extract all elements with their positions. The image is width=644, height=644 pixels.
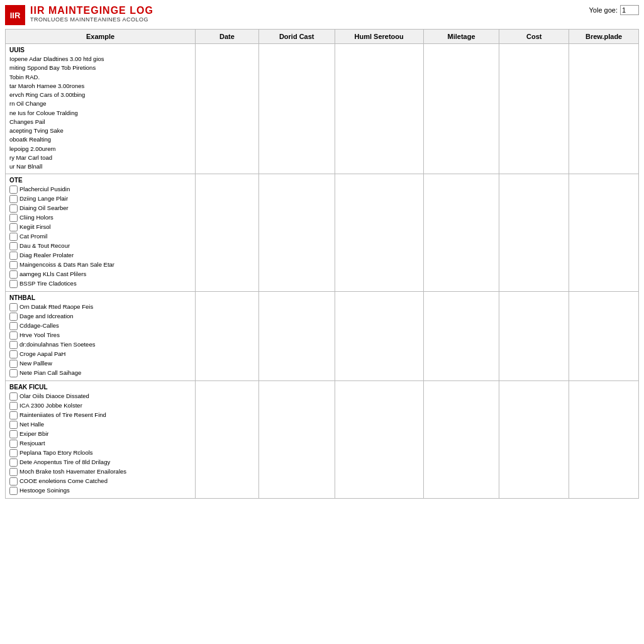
huml-cell	[335, 381, 423, 499]
checkbox-input[interactable]	[9, 458, 18, 467]
checkbox-input[interactable]	[9, 261, 18, 269]
checkbox-input[interactable]	[9, 195, 18, 203]
checkbox-input[interactable]	[9, 252, 18, 260]
checkbox-input[interactable]	[9, 280, 18, 288]
plain-item: acepting Tving Sake	[9, 126, 191, 135]
checkbox-input[interactable]	[9, 341, 18, 349]
col-header-cost: Cost	[499, 30, 569, 44]
checkbox-label: Rainteniiates of Tire Resent Find	[19, 411, 106, 419]
checkbox-label: Dage and Idcreation	[19, 312, 74, 320]
section-label-section1: UUIS	[9, 47, 191, 53]
checkbox-input[interactable]	[9, 214, 18, 222]
checkbox-input[interactable]	[9, 411, 18, 419]
checkbox-input[interactable]	[9, 313, 18, 321]
checkbox-item: Cat Promil	[9, 232, 191, 241]
checkbox-input[interactable]	[9, 322, 18, 330]
title-text: IIR MAINTEGINGE LOG TRONLUOES MAINNTEANI…	[30, 5, 153, 23]
checkbox-item: Rainteniiates of Tire Resent Find	[9, 411, 191, 419]
checkbox-label: Kegiit Firsol	[19, 223, 51, 231]
checkbox-label: Dau & Tout Recour	[19, 242, 70, 250]
year-block: Yole goe:	[589, 5, 639, 15]
huml-cell	[335, 174, 423, 292]
cost-cell	[499, 44, 569, 174]
main-title: IIR MAINTEGINGE LOG	[30, 5, 153, 16]
checkbox-input[interactable]	[9, 369, 18, 377]
checkbox-label: Dete Anopentus Tire of 8ld Drilagy	[19, 458, 110, 466]
checkbox-input[interactable]	[9, 303, 18, 311]
col-header-dorid: Dorid Cast	[258, 30, 335, 44]
checkbox-item: ICA 2300 Jobbe Kolster	[9, 401, 191, 410]
checkbox-item: Maingencoiss & Dats Ran Sale Etar	[9, 260, 191, 269]
checkbox-item: Olar Oiils Diaoce Dissated	[9, 392, 191, 401]
checkbox-item: Nete Pian Call Saihage	[9, 369, 191, 377]
checkbox-input[interactable]	[9, 477, 18, 486]
plain-item: rn Oil Change	[9, 99, 191, 108]
checkbox-label: aamgeg KLls Cast Plilers	[19, 270, 86, 278]
huml-cell	[335, 44, 423, 174]
plain-item: Changes Pail	[9, 118, 191, 126]
checkbox-input[interactable]	[9, 421, 18, 429]
plain-item: Tobin RAD.	[9, 73, 191, 82]
cost-cell	[499, 292, 569, 381]
checkbox-input[interactable]	[9, 204, 18, 213]
checkbox-label: Moch Brake tosh Havemater Enailorales	[19, 467, 126, 475]
checkbox-input[interactable]	[9, 223, 18, 231]
maintenance-table: Example Date Dorid Cast Huml Seretoou Mi…	[5, 29, 639, 499]
plain-item: ur Nar Blnall	[9, 162, 191, 171]
brew-cell	[569, 381, 639, 499]
checkbox-label: Olar Oiils Diaoce Dissated	[19, 392, 89, 400]
section-label-section2: OTE	[9, 177, 191, 184]
plain-item: Iopene Adar Dladtines 3.00 htd gios	[9, 55, 191, 64]
plain-item: oboatk Realting	[9, 135, 191, 144]
checkbox-item: Moch Brake tosh Havemater Enailorales	[9, 467, 191, 476]
checkbox-item: BSSP Tire Cladotices	[9, 279, 191, 288]
checkbox-input[interactable]	[9, 331, 18, 340]
checkbox-input[interactable]	[9, 402, 18, 410]
dorid-cell	[258, 292, 335, 381]
checkbox-input[interactable]	[9, 468, 18, 476]
checkbox-input[interactable]	[9, 242, 18, 250]
col-header-mileage: Miletage	[423, 30, 499, 44]
checkbox-label: ICA 2300 Jobbe Kolster	[19, 401, 82, 409]
checkbox-label: Nete Pian Call Saihage	[19, 369, 81, 377]
checkbox-label: Diaing Oil Searber	[19, 204, 69, 212]
checkbox-label: COOE enoletions Come Catched	[19, 477, 108, 485]
checkbox-item: Cddage-Calles	[9, 321, 191, 330]
checkbox-label: Placherciul Pusidin	[19, 185, 70, 193]
checkbox-input[interactable]	[9, 270, 18, 279]
checkbox-input[interactable]	[9, 440, 18, 448]
col-header-date: Date	[196, 30, 259, 44]
brew-cell	[569, 44, 639, 174]
cost-cell	[499, 381, 569, 499]
table-row: BEAK FICULOlar Oiils Diaoce DissatedICA …	[6, 381, 639, 499]
checkbox-input[interactable]	[9, 350, 18, 358]
checkbox-input[interactable]	[9, 186, 18, 194]
checkbox-input[interactable]	[9, 430, 18, 438]
checkbox-item: Diaing Oil Searber	[9, 204, 191, 213]
checkbox-item: Peplana Tapo Etory Rclools	[9, 448, 191, 457]
logo-text: IIR	[10, 11, 21, 20]
table-row: NTHBALOrn Datak Rted Raope FeisDage and …	[6, 292, 639, 381]
plain-item: tar Maroh Harnee 3.00rones	[9, 82, 191, 91]
checkbox-item: Hrve Yool Tires	[9, 331, 191, 340]
checkbox-item: COOE enoletions Come Catched	[9, 477, 191, 486]
checkbox-input[interactable]	[9, 233, 18, 241]
checkbox-item: Cliing Holors	[9, 213, 191, 222]
checkbox-item: New Palllew	[9, 359, 191, 368]
mileage-cell	[423, 44, 499, 174]
example-cell-section3: NTHBALOrn Datak Rted Raope FeisDage and …	[6, 292, 196, 381]
plain-item: ervch Ring Cars of 3.00tbing	[9, 91, 191, 99]
year-input[interactable]	[620, 5, 639, 15]
table-row: UUISIopene Adar Dladtines 3.00 htd giosm…	[6, 44, 639, 174]
checkbox-input[interactable]	[9, 449, 18, 457]
col-header-brew: Brew.plade	[569, 30, 639, 44]
checkbox-label: Cddage-Calles	[19, 321, 59, 330]
checkbox-label: New Palllew	[19, 359, 52, 367]
section-label-section3: NTHBAL	[9, 294, 191, 301]
checkbox-item: Dete Anopentus Tire of 8ld Drilagy	[9, 458, 191, 467]
checkbox-input[interactable]	[9, 360, 18, 368]
checkbox-input[interactable]	[9, 487, 18, 495]
checkbox-item: Resjouart	[9, 439, 191, 448]
checkbox-input[interactable]	[9, 392, 18, 401]
brew-cell	[569, 292, 639, 381]
